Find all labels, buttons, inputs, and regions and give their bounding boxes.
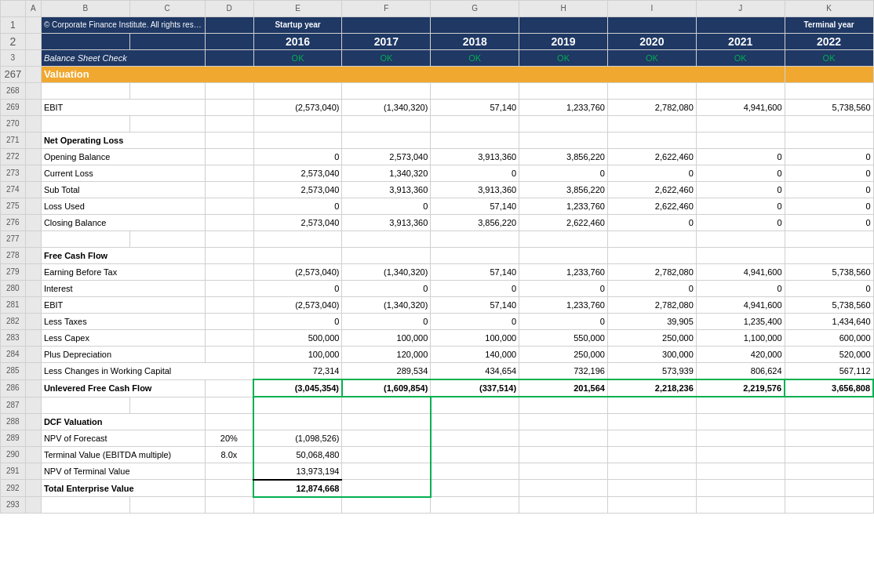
balance-sheet-check-label: Balance Sheet Check (41, 50, 205, 67)
ok-f: OK (342, 50, 431, 67)
row-288: 288 DCF Valuation (1, 413, 874, 430)
total-ev-e: 12,874,668 (253, 480, 342, 497)
cb-h: 2,622,460 (519, 215, 608, 231)
int-f: 0 (342, 281, 431, 297)
int-g: 0 (431, 281, 519, 297)
ob-k: 0 (785, 149, 873, 165)
row-num-3: 3 (1, 50, 26, 67)
wc-f: 289,534 (342, 363, 431, 380)
year-2020: 2020 (607, 34, 696, 50)
lu-i: 2,622,460 (607, 198, 696, 215)
col-e-header: E (253, 1, 342, 17)
current-loss-label: Current Loss (41, 165, 205, 182)
ulfcf-j: 2,219,576 (696, 379, 785, 397)
copyright-cell: © Corporate Finance Institute. All right… (41, 17, 205, 34)
npv-rate: 20% (205, 430, 253, 446)
year-2021: 2021 (696, 34, 785, 50)
year-2022: 2022 (785, 34, 873, 50)
lt-e: 0 (253, 314, 342, 330)
row-267: 267 Valuation (1, 67, 874, 83)
st-f: 3,913,360 (342, 182, 431, 198)
ok-e: OK (253, 50, 342, 67)
pd-k: 520,000 (785, 347, 873, 363)
terminal-year-label: Terminal year (785, 17, 873, 34)
ebit-label: EBIT (41, 100, 205, 116)
lc-e: 500,000 (253, 330, 342, 347)
year-2016: 2016 (253, 34, 342, 50)
st-e: 2,573,040 (253, 182, 342, 198)
ok-i: OK (607, 50, 696, 67)
wc-i: 573,939 (607, 363, 696, 380)
npv-e: (1,098,526) (253, 430, 342, 446)
ulfcf-f: (1,609,854) (342, 379, 431, 397)
ebit2-h: 1,233,760 (519, 297, 608, 314)
lc-j: 1,100,000 (696, 330, 785, 347)
ok-j: OK (696, 50, 785, 67)
cl-f: 1,340,320 (342, 165, 431, 182)
st-g: 3,913,360 (431, 182, 519, 198)
ebt-g: 57,140 (431, 264, 519, 281)
row-287: 287 (1, 397, 874, 413)
earning-before-tax-label: Earning Before Tax (41, 264, 205, 281)
lu-h: 1,233,760 (519, 198, 608, 215)
row-272: 272 Opening Balance 0 2,573,040 3,913,36… (1, 149, 874, 165)
ebit-i: 2,782,080 (607, 100, 696, 116)
row-290: 290 Terminal Value (EBITDA multiple) 8.0… (1, 446, 874, 463)
ob-f: 2,573,040 (342, 149, 431, 165)
row-num-267: 267 (1, 67, 26, 83)
row-278: 278 Free Cash Flow (1, 248, 874, 264)
lc-g: 100,000 (431, 330, 519, 347)
ebit-f: (1,340,320) (342, 100, 431, 116)
pd-e: 100,000 (253, 347, 342, 363)
col-h-header: H (519, 1, 608, 17)
st-k: 0 (785, 182, 873, 198)
col-g-header: G (431, 1, 519, 17)
row-280: 280 Interest 0 0 0 0 0 0 0 (1, 281, 874, 297)
col-f-header: F (342, 1, 431, 17)
cb-k: 0 (785, 215, 873, 231)
year-2017: 2017 (342, 34, 431, 50)
ebt-i: 2,782,080 (607, 264, 696, 281)
ob-e: 0 (253, 149, 342, 165)
pd-g: 140,000 (431, 347, 519, 363)
cl-h: 0 (519, 165, 608, 182)
col-k-header: K (785, 1, 873, 17)
row-276: 276 Closing Balance 2,573,040 3,913,360 … (1, 215, 874, 231)
lt-j: 1,235,400 (696, 314, 785, 330)
row-269: 269 EBIT (2,573,040) (1,340,320) 57,140 … (1, 100, 874, 116)
ob-j: 0 (696, 149, 785, 165)
wc-j: 806,624 (696, 363, 785, 380)
pd-j: 420,000 (696, 347, 785, 363)
pd-i: 300,000 (607, 347, 696, 363)
wc-e: 72,314 (253, 363, 342, 380)
ebit2-f: (1,340,320) (342, 297, 431, 314)
row-286: 286 Unlevered Free Cash Flow (3,045,354)… (1, 379, 874, 397)
row-293: 293 (1, 497, 874, 514)
row-283: 283 Less Capex 500,000 100,000 100,000 5… (1, 330, 874, 347)
ob-h: 3,856,220 (519, 149, 608, 165)
int-j: 0 (696, 281, 785, 297)
row-289: 289 NPV of Forecast 20% (1,098,526) (1, 430, 874, 446)
wc-g: 434,654 (431, 363, 519, 380)
row-268: 268 (1, 83, 874, 100)
less-capex-label: Less Capex (41, 330, 205, 347)
loss-used-label: Loss Used (41, 198, 205, 215)
ebit2-label: EBIT (41, 297, 205, 314)
ulfcf-i: 2,218,236 (607, 379, 696, 397)
cl-i: 0 (607, 165, 696, 182)
col-d-header: D (205, 1, 253, 17)
row-2: 2 2016 2017 2018 2019 2020 2021 2022 (1, 34, 874, 50)
row-285: 285 Less Changes in Working Capital 72,3… (1, 363, 874, 380)
row-num-1: 1 (1, 17, 26, 34)
col-c-header: C (129, 1, 205, 17)
cl-j: 0 (696, 165, 785, 182)
ebit2-j: 4,941,600 (696, 297, 785, 314)
plus-dep-label: Plus Depreciation (41, 347, 205, 363)
year-2019: 2019 (519, 34, 608, 50)
row-291: 291 NPV of Terminal Value 13,973,194 (1, 463, 874, 480)
ulfcf-e: (3,045,354) (253, 379, 342, 397)
row-273: 273 Current Loss 2,573,040 1,340,320 0 0… (1, 165, 874, 182)
ebt-e: (2,573,040) (253, 264, 342, 281)
ob-g: 3,913,360 (431, 149, 519, 165)
row-3: 3 Balance Sheet Check OK OK OK OK OK OK … (1, 50, 874, 67)
